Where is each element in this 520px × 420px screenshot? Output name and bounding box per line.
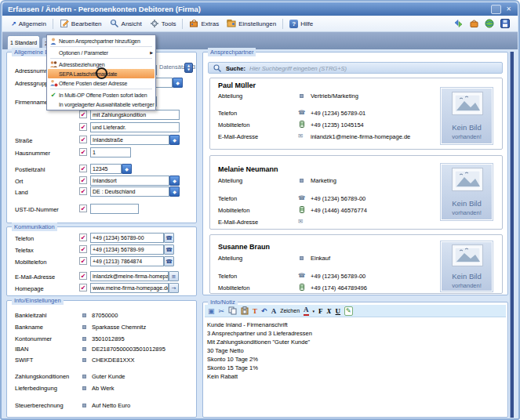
edit-note-icon[interactable]: ✎ (344, 306, 353, 316)
font-color-caret-icon[interactable]: ▾ (313, 306, 315, 317)
plz-field[interactable]: 12345 (90, 164, 122, 174)
land-dropdown[interactable]: ◆ (169, 186, 180, 197)
paste-icon[interactable] (241, 306, 249, 315)
font-color-icon[interactable]: A (304, 306, 309, 316)
ort-dropdown[interactable]: ◆ (169, 176, 180, 186)
ort-checkbox[interactable]: ✔ (79, 176, 87, 184)
homepage-field[interactable]: www.meine-firma-homepage.de (90, 283, 169, 293)
dial-mobile-icon[interactable]: ☎ (164, 256, 174, 266)
plz-checkbox[interactable]: ✔ (79, 165, 87, 172)
zeichen-label[interactable]: Zeichen (280, 306, 300, 317)
no-image-text: Kein Bild (442, 272, 492, 281)
envelope-icon[interactable]: ✉ (298, 132, 303, 140)
frame-icon[interactable]: ▣ (208, 306, 215, 317)
dial-phone-icon[interactable]: ☎ (164, 233, 174, 243)
envelope-icon[interactable]: ✉ (298, 217, 303, 226)
email-menu-icon[interactable]: ≡ (169, 271, 179, 281)
menu-extras[interactable]: Extras (185, 17, 223, 30)
menu-allgemein[interactable]: ↗ Allgemein (7, 19, 50, 29)
email-field[interactable]: inlandzk@meine-firma-homepage.de (90, 271, 169, 281)
group-caption: Info/Einstellungen (12, 296, 64, 305)
ort-field[interactable]: Inlandsort (90, 176, 169, 186)
menu-item-offene-posten[interactable]: Offene Posten dieser Adresse (48, 78, 155, 88)
mobiltelefon-field[interactable]: +49 (1213) 7864874 (90, 256, 164, 266)
arrow-ne-icon: ↗ (11, 20, 16, 27)
ustid-field[interactable] (90, 204, 139, 214)
search-bar[interactable]: Suche: Hier Suchbegriff eingeben (STRG+S… (208, 62, 503, 74)
refresh-icon[interactable] (453, 19, 464, 28)
telefax-field[interactable]: +49 (1234) 56789-99 (90, 244, 164, 255)
adressgruppe-dropdown[interactable]: ◆ (173, 78, 183, 88)
info-row-value: Guter Kunde (92, 372, 125, 381)
land-field[interactable]: DE : Deutschland (90, 186, 169, 197)
menu-item-auswahltabelle-verbergen[interactable]: In vorgelagerter Auswahltabelle verberge… (48, 100, 155, 109)
menu-item-multi-op-laden[interactable]: ✔ In Multi-OP Offene Posten sofort laden (48, 90, 155, 100)
phone-icon[interactable]: ☎ (298, 271, 305, 280)
strasse-label: Straße (15, 136, 33, 145)
menu-item-neuer-ansprechpartner[interactable]: Neuen Ansprechpartner hinzufügen (48, 36, 155, 45)
homepage-checkbox[interactable]: ✔ (79, 284, 87, 291)
note-textarea[interactable]: Kunde Inland - Firmenanschrift 3 Ansprec… (207, 320, 501, 415)
plz-dropdown[interactable]: ◆ (122, 164, 132, 174)
dial-fax-icon[interactable]: ☎ (164, 244, 174, 255)
restore-icon[interactable] (491, 5, 501, 14)
mobiltelefon-checkbox[interactable]: ✔ (79, 257, 87, 265)
open-homepage-icon[interactable]: → (169, 283, 179, 293)
hausnummer-field[interactable]: 1 (90, 147, 131, 158)
ustid-checkbox[interactable]: ✔ (79, 205, 87, 212)
abteilung-value: Einkauf (311, 254, 330, 262)
italic-icon[interactable]: X (327, 306, 332, 317)
strasse-checkbox[interactable]: ✔ (79, 136, 87, 143)
telefon-value: +49 (1234) 56789-00 (311, 194, 365, 203)
menu-tools[interactable]: Tools (146, 17, 180, 30)
text-insert-icon[interactable]: T (253, 306, 257, 317)
menu-item-optionen-parameter[interactable]: Optionen / Parameter ▶ (48, 48, 155, 57)
firmenname-checkbox-2[interactable]: ✔ (79, 110, 87, 118)
magnifier-icon (110, 19, 119, 28)
abteilung-value: Vertrieb/Marketing (311, 92, 358, 100)
titlebar[interactable]: Erfassen / Ändern - Personenkonten Debit… (2, 2, 518, 16)
undo-icon[interactable]: ↶ (261, 306, 267, 317)
package-icon[interactable] (469, 19, 479, 28)
mobile-phone-icon[interactable] (300, 206, 304, 213)
globe-icon[interactable] (485, 19, 495, 28)
firmenname-field-2[interactable]: mit Zahlungskondition (90, 110, 180, 120)
contact-name: Susanne Braun (218, 243, 270, 251)
telefax-checkbox[interactable]: ✔ (79, 245, 87, 253)
mouse-cursor-ring (96, 67, 107, 79)
bold-icon[interactable]: F (318, 306, 323, 317)
firmenname-checkbox-3[interactable]: ✔ (79, 123, 87, 131)
menu-ansicht[interactable]: Ansicht (106, 17, 146, 30)
contact-card[interactable]: Susanne Braun Abteilung Einkauf Telefon … (209, 234, 503, 294)
phone-icon[interactable]: ☎ (298, 108, 305, 117)
contact-card[interactable]: Melanie Neumann Abteilung Marketing Tele… (209, 155, 503, 230)
cut-icon[interactable]: ✂ (219, 306, 225, 317)
down-arrow-icon: ▼ (187, 67, 190, 71)
close-icon[interactable]: ✕ (504, 5, 514, 14)
underline-icon[interactable]: U (336, 306, 341, 317)
telefon-checkbox[interactable]: ✔ (79, 234, 87, 241)
strasse-field[interactable]: Inlandstraße (90, 135, 169, 145)
search-input[interactable]: Hier Suchbegriff eingeben (STRG+S) (249, 64, 347, 73)
hausnummer-checkbox[interactable]: ✔ (79, 148, 87, 156)
save-icon[interactable] (500, 19, 510, 28)
strasse-dropdown[interactable]: ◆ (169, 135, 180, 145)
mobiltelefon-value: +49 (1235) 1045154 (311, 121, 364, 129)
menu-hilfe[interactable]: ? Hilfe (285, 18, 317, 30)
menu-einstellungen[interactable]: Einstellungen (223, 17, 280, 30)
copy-icon[interactable] (228, 306, 237, 315)
menu-bearbeiten[interactable]: Bearbeiten (56, 17, 106, 30)
panel-splitter[interactable]: ▲▼ (184, 63, 193, 73)
firmenname-field-3[interactable]: und Lieferadr. (90, 122, 180, 132)
mobile-phone-icon[interactable] (300, 284, 304, 291)
font-icon[interactable]: A (271, 306, 277, 317)
menu-label: Bearbeiten (71, 20, 102, 27)
phone-icon[interactable]: ☎ (298, 194, 305, 202)
vertical-scrollbar[interactable] (510, 52, 514, 418)
telefon-field[interactable]: +49 (1234) 56789-00 (90, 233, 164, 243)
contact-card[interactable]: Paul Müller Abteilung Vertrieb/Marketing… (209, 78, 503, 150)
land-checkbox[interactable]: ✔ (79, 187, 87, 195)
mobile-phone-icon[interactable] (300, 121, 304, 128)
abteilung-label: Abteilung (218, 92, 242, 100)
email-checkbox[interactable]: ✔ (79, 272, 87, 280)
